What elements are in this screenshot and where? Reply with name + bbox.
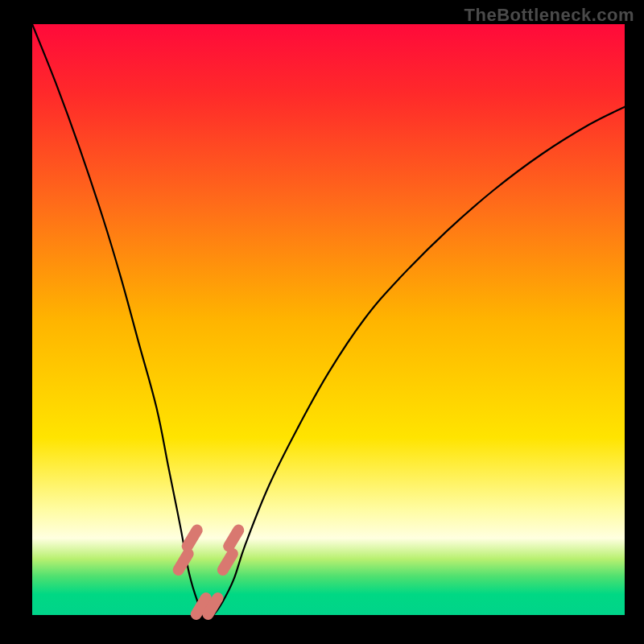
plot-background <box>32 24 625 615</box>
watermark-text: TheBottleneck.com <box>464 5 634 26</box>
chart-container: TheBottleneck.com <box>0 0 644 644</box>
bottleneck-chart <box>0 0 644 644</box>
